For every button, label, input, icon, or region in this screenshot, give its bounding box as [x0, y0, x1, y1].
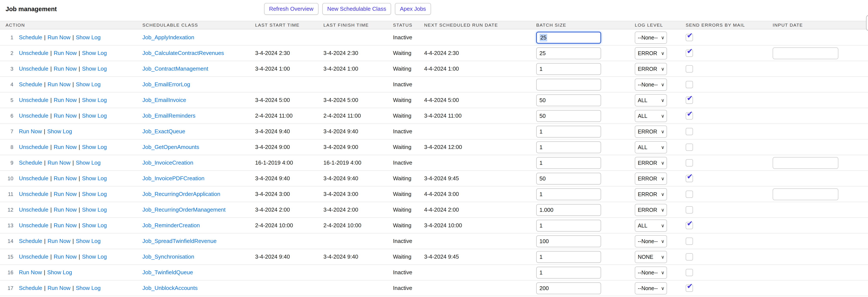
action-link-run-now[interactable]: Run Now: [54, 97, 77, 103]
schedulable-class-link[interactable]: Job_SpreadTwinfieldRevenue: [143, 233, 216, 249]
schedulable-class-link[interactable]: Job_ExactQueue: [143, 124, 185, 139]
batch-size-input[interactable]: 1.000: [536, 204, 601, 216]
new-schedulable-class-button[interactable]: New Schedulable Class: [322, 3, 391, 15]
action-link-unschedule[interactable]: Unschedule: [19, 97, 48, 103]
action-link-show-log[interactable]: Show Log: [82, 144, 107, 150]
action-link-unschedule[interactable]: Unschedule: [19, 191, 48, 197]
send-errors-checkbox[interactable]: [686, 143, 693, 151]
batch-size-input[interactable]: 1: [536, 157, 601, 169]
schedulable-class-link[interactable]: Job_CalculateContractRevenues: [143, 45, 224, 61]
log-level-select[interactable]: NONE∨: [635, 251, 667, 263]
batch-size-input[interactable]: [536, 79, 601, 91]
action-link-run-now[interactable]: Run Now: [19, 128, 42, 135]
action-link-show-log[interactable]: Show Log: [82, 50, 107, 56]
action-link-run-now[interactable]: Run Now: [48, 160, 70, 166]
batch-size-input[interactable]: 1: [536, 251, 601, 263]
schedulable-class-link[interactable]: Job_EmailErrorLog: [143, 77, 190, 92]
action-link-schedule[interactable]: Schedule: [19, 238, 42, 244]
action-link-unschedule[interactable]: Unschedule: [19, 144, 48, 150]
action-link-run-now[interactable]: Run Now: [54, 222, 77, 229]
action-link-show-log[interactable]: Show Log: [76, 160, 101, 166]
log-level-select[interactable]: ERROR∨: [635, 157, 667, 169]
batch-size-input[interactable]: 100: [536, 235, 601, 247]
action-link-unschedule[interactable]: Unschedule: [19, 206, 48, 213]
action-link-run-now[interactable]: Run Now: [54, 191, 77, 197]
log-level-select[interactable]: --None--∨: [635, 32, 667, 44]
schedulable-class-link[interactable]: Job_InvoicePDFCreation: [143, 171, 205, 186]
action-link-show-log[interactable]: Show Log: [82, 254, 107, 260]
schedulable-class-link[interactable]: Job_InvoiceCreation: [143, 155, 193, 170]
action-link-run-now[interactable]: Run Now: [54, 175, 77, 182]
action-link-run-now[interactable]: Run Now: [54, 65, 77, 72]
action-link-show-log[interactable]: Show Log: [82, 65, 107, 72]
send-errors-checkbox[interactable]: [686, 253, 693, 261]
schedulable-class-link[interactable]: Job_EmailInvoice: [143, 93, 186, 108]
batch-size-input[interactable]: 1: [536, 141, 601, 153]
log-level-select[interactable]: ERROR∨: [635, 188, 667, 200]
action-link-unschedule[interactable]: Unschedule: [19, 175, 48, 182]
action-link-show-log[interactable]: Show Log: [82, 97, 107, 103]
log-level-select[interactable]: --None--∨: [635, 267, 667, 279]
action-link-run-now[interactable]: Run Now: [54, 144, 77, 150]
action-link-show-log[interactable]: Show Log: [76, 81, 101, 88]
action-link-unschedule[interactable]: Unschedule: [19, 112, 48, 119]
send-errors-checkbox[interactable]: [686, 81, 693, 88]
log-level-select[interactable]: ALL∨: [635, 141, 667, 154]
log-level-select[interactable]: --None--∨: [635, 78, 667, 91]
send-errors-checkbox[interactable]: ✔: [686, 50, 693, 57]
batch-size-input[interactable]: 200: [536, 283, 601, 294]
action-link-unschedule[interactable]: Unschedule: [19, 65, 48, 72]
action-link-show-log[interactable]: Show Log: [82, 175, 107, 182]
log-level-select[interactable]: ALL∨: [635, 94, 667, 106]
send-errors-checkbox[interactable]: [686, 159, 693, 167]
send-errors-checkbox[interactable]: ✔: [686, 97, 693, 104]
action-link-run-now[interactable]: Run Now: [19, 269, 42, 275]
action-link-show-log[interactable]: Show Log: [82, 191, 107, 197]
batch-size-input[interactable]: 1: [536, 63, 601, 75]
batch-size-input[interactable]: 50: [536, 173, 601, 185]
log-level-select[interactable]: ERROR∨: [635, 204, 667, 216]
action-link-run-now[interactable]: Run Now: [54, 112, 77, 119]
action-link-show-log[interactable]: Show Log: [47, 269, 72, 275]
batch-size-input[interactable]: 25: [536, 47, 601, 59]
schedulable-class-link[interactable]: Job_UnblockAccounts: [143, 280, 197, 296]
action-link-schedule[interactable]: Schedule: [19, 285, 42, 291]
batch-size-input[interactable]: 25: [536, 32, 601, 43]
send-errors-checkbox[interactable]: [686, 237, 693, 245]
action-link-show-log[interactable]: Show Log: [76, 238, 101, 244]
log-level-select[interactable]: --None--∨: [635, 282, 667, 294]
log-level-select[interactable]: ALL∨: [635, 220, 667, 232]
action-link-run-now[interactable]: Run Now: [48, 81, 70, 88]
action-link-show-log[interactable]: Show Log: [82, 112, 107, 119]
action-link-show-log[interactable]: Show Log: [76, 34, 101, 40]
send-errors-checkbox[interactable]: [686, 269, 693, 276]
batch-size-input[interactable]: 50: [536, 110, 601, 122]
log-level-select[interactable]: ALL∨: [635, 110, 667, 122]
input-date-field[interactable]: [773, 47, 838, 59]
send-errors-checkbox[interactable]: [686, 206, 693, 213]
vertical-scrollbar-thumb[interactable]: [866, 15, 868, 31]
batch-size-input[interactable]: 1: [536, 189, 601, 200]
action-link-unschedule[interactable]: Unschedule: [19, 254, 48, 260]
send-errors-checkbox[interactable]: [686, 65, 693, 72]
send-errors-checkbox[interactable]: [686, 128, 693, 135]
action-link-schedule[interactable]: Schedule: [19, 34, 42, 40]
action-link-schedule[interactable]: Schedule: [19, 81, 42, 88]
send-errors-checkbox[interactable]: ✔: [686, 112, 693, 120]
action-link-show-log[interactable]: Show Log: [82, 222, 107, 229]
log-level-select[interactable]: ERROR∨: [635, 63, 667, 75]
schedulable-class-link[interactable]: Job_GetOpenAmounts: [143, 139, 199, 155]
action-link-run-now[interactable]: Run Now: [48, 238, 70, 244]
schedulable-class-link[interactable]: Job_TwinfieldQueue: [143, 265, 193, 280]
action-link-unschedule[interactable]: Unschedule: [19, 50, 48, 56]
apex-jobs-button[interactable]: Apex Jobs: [395, 3, 431, 15]
schedulable-class-link[interactable]: Job_ContractManagement: [143, 61, 208, 76]
batch-size-input[interactable]: 1: [536, 267, 601, 278]
log-level-select[interactable]: ERROR∨: [635, 126, 667, 138]
input-date-field[interactable]: [773, 157, 838, 169]
input-date-field[interactable]: [773, 189, 838, 200]
action-link-run-now[interactable]: Run Now: [54, 50, 77, 56]
schedulable-class-link[interactable]: Job_ApplyIndexation: [143, 30, 194, 45]
send-errors-checkbox[interactable]: ✔: [686, 285, 693, 292]
action-link-unschedule[interactable]: Unschedule: [19, 222, 48, 229]
